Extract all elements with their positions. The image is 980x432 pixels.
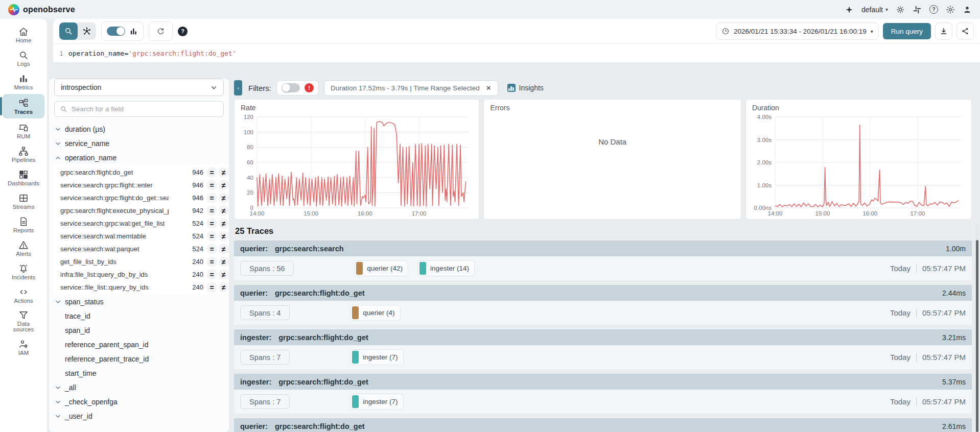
equals-icon[interactable]: = xyxy=(206,244,217,254)
service-map-button[interactable] xyxy=(78,22,96,40)
help-icon[interactable]: ? xyxy=(929,5,938,14)
not-equals-icon[interactable]: ≠ xyxy=(218,167,229,178)
sidebar-item-traces[interactable]: Traces xyxy=(3,94,44,118)
field-row-service-name[interactable]: service_name xyxy=(54,136,224,151)
not-equals-icon[interactable]: ≠ xyxy=(218,269,229,280)
sidebar-item-incidents[interactable]: Incidents xyxy=(3,260,44,283)
equals-icon[interactable]: = xyxy=(206,180,217,190)
sidebar-item-rum[interactable]: RUM xyxy=(3,119,44,142)
field-value-row[interactable]: service:search:wal:parquet524=≠ xyxy=(60,243,229,255)
scrollbar-thumb[interactable] xyxy=(976,240,978,432)
field-value-row[interactable]: get_file_list_by_ids240=≠ xyxy=(60,255,229,268)
trace-row[interactable]: querier:grpc:search:flight:do_get 2.44ms… xyxy=(234,285,972,325)
sidebar-item-actions[interactable]: Actions xyxy=(3,284,44,306)
trace-operation: grpc:search:flight:do_get xyxy=(278,333,368,342)
service-color-swatch xyxy=(352,395,359,408)
collapse-fields-panel-button[interactable]: ‹ xyxy=(234,80,242,95)
profile-icon[interactable] xyxy=(963,5,972,14)
trace-row-header[interactable]: querier:grpc:search:search 1.00m xyxy=(234,241,972,256)
duration-chart[interactable]: 0.00ns1.00s2.00s3.00s4.00s14:0015:0016:0… xyxy=(751,113,966,218)
rate-chart[interactable]: 02040608010012014:0015:0016:0017:00 xyxy=(240,113,474,218)
equals-icon[interactable]: = xyxy=(206,205,217,216)
field-value-row[interactable]: service::file_list::query_by_ids240=≠ xyxy=(60,281,229,294)
not-equals-icon[interactable]: ≠ xyxy=(218,218,229,229)
sidebar-item-dashboards[interactable]: Dashboards xyxy=(3,166,44,189)
trace-row[interactable]: querier:grpc:search:search 1.00m Spans :… xyxy=(234,241,972,280)
field-row-check-openfga[interactable]: _check_openfga xyxy=(54,395,224,409)
field-row-reference-parent-trace-id[interactable]: reference_parent_trace_id xyxy=(54,352,224,366)
field-row-span-status[interactable]: span_status xyxy=(54,295,224,309)
not-equals-icon[interactable]: ≠ xyxy=(218,244,229,254)
sidebar-item-pipelines[interactable]: Pipelines xyxy=(3,143,44,165)
sidebar-item-streams[interactable]: Streams xyxy=(3,190,44,212)
sidebar-item-metrics[interactable]: Metrics xyxy=(3,70,44,93)
query-help-icon[interactable]: ? xyxy=(178,27,188,36)
close-icon[interactable]: ✕ xyxy=(486,84,492,92)
theme-icon[interactable] xyxy=(896,5,905,14)
field-row-span-id[interactable]: span_id xyxy=(54,323,224,338)
run-query-button[interactable]: Run query xyxy=(883,23,931,39)
field-search-input[interactable] xyxy=(72,105,218,113)
sidebar-item-home[interactable]: Home xyxy=(3,23,44,46)
field-value-row[interactable]: service:search:grpc:wal:get_file_list524… xyxy=(60,217,229,230)
equals-icon[interactable]: = xyxy=(206,167,217,178)
field-value-row[interactable]: service:search:wal:memtable524=≠ xyxy=(60,230,229,243)
field-value-row[interactable]: grpc:search:flight:execute_physical_p...… xyxy=(60,204,229,217)
field-row-reference-parent-span-id[interactable]: reference_parent_span_id xyxy=(54,338,224,352)
duration-filter-chip[interactable]: Duration 17.52ms - 3.79s | Time Range Se… xyxy=(324,80,498,96)
settings-icon[interactable] xyxy=(946,5,955,14)
sidebar-item-data-sources[interactable]: Data sources xyxy=(3,307,44,335)
trace-row[interactable]: ingester:grpc:search:flight:do_get 3.21m… xyxy=(234,329,972,369)
not-equals-icon[interactable]: ≠ xyxy=(218,256,229,267)
query-editor[interactable]: 1 operation_name='grpc:search:flight:do_… xyxy=(53,43,980,62)
equals-icon[interactable]: = xyxy=(206,218,217,229)
apps-icon[interactable] xyxy=(913,5,922,14)
download-button[interactable] xyxy=(935,22,952,40)
trace-row[interactable]: ingester:grpc:search:flight:do_get 5.37m… xyxy=(234,374,972,414)
equals-icon[interactable]: = xyxy=(206,231,217,242)
field-row-operation-name[interactable]: operation_name xyxy=(54,151,224,165)
field-row-start-time[interactable]: start_time xyxy=(54,366,224,380)
insights-link[interactable]: Insights xyxy=(507,84,544,92)
field-row-user-id[interactable]: _user_id xyxy=(54,409,224,423)
refresh-icon[interactable] xyxy=(156,27,165,36)
equals-icon[interactable]: = xyxy=(206,269,217,280)
org-selector[interactable]: default ▾ xyxy=(861,6,888,14)
not-equals-icon[interactable]: ≠ xyxy=(218,193,229,203)
trace-row-header[interactable]: querier:grpc:search:flight:do_get 2.61ms xyxy=(234,418,972,432)
ai-sparkle-icon[interactable] xyxy=(845,5,854,14)
stream-selector[interactable]: introspection xyxy=(54,79,224,96)
field-value-row[interactable]: service:search:grpc:flight::enter946=≠ xyxy=(60,179,229,191)
field-value-row[interactable]: service:search:grpc:flight:do_get::sear.… xyxy=(60,191,229,204)
not-equals-icon[interactable]: ≠ xyxy=(218,231,229,242)
trace-row-body: Spans : 7 ingester (7) Today05:57:47 PM xyxy=(234,390,972,414)
time-range-picker[interactable]: 2026/01/21 15:33:34 - 2026/01/21 16:00:1… xyxy=(716,22,879,40)
field-value-row[interactable]: infra:file_list:query_db_by_ids240=≠ xyxy=(60,268,229,281)
trace-row-header[interactable]: ingester:grpc:search:flight:do_get 3.21m… xyxy=(234,329,972,345)
histogram-toggle[interactable] xyxy=(107,27,125,36)
filter-toggle[interactable] xyxy=(282,83,300,92)
field-row-all[interactable]: _all xyxy=(54,380,224,395)
trace-row-header[interactable]: querier:grpc:search:flight:do_get 2.44ms xyxy=(234,285,972,301)
sidebar-item-alerts[interactable]: Alerts xyxy=(3,237,44,259)
field-row-trace-id[interactable]: trace_id xyxy=(54,309,224,323)
trace-row-header[interactable]: ingester:grpc:search:flight:do_get 5.37m… xyxy=(234,374,972,390)
query-text: operation_name='grpc:search:flight:do_ge… xyxy=(68,50,237,57)
equals-icon[interactable]: = xyxy=(206,256,217,267)
trace-row[interactable]: querier:grpc:search:flight:do_get 2.61ms… xyxy=(234,418,972,432)
trace-duration: 1.00m xyxy=(946,245,966,253)
sidebar-item-logs[interactable]: Logs xyxy=(3,47,44,69)
sidebar-item-reports[interactable]: Reports xyxy=(3,213,44,236)
filter-error-icon[interactable]: ! xyxy=(305,83,314,92)
not-equals-icon[interactable]: ≠ xyxy=(218,282,229,293)
search-mode-button[interactable] xyxy=(59,22,78,40)
trace-service: querier: xyxy=(240,422,268,430)
not-equals-icon[interactable]: ≠ xyxy=(218,205,229,216)
equals-icon[interactable]: = xyxy=(206,282,217,293)
field-value-row[interactable]: grpc:search:flight:do_get946=≠ xyxy=(60,166,229,179)
not-equals-icon[interactable]: ≠ xyxy=(218,180,229,190)
share-button[interactable] xyxy=(956,22,974,40)
field-row-duration[interactable]: duration (µs) xyxy=(54,122,224,136)
sidebar-item-iam[interactable]: IAM xyxy=(3,336,44,358)
equals-icon[interactable]: = xyxy=(206,193,217,203)
